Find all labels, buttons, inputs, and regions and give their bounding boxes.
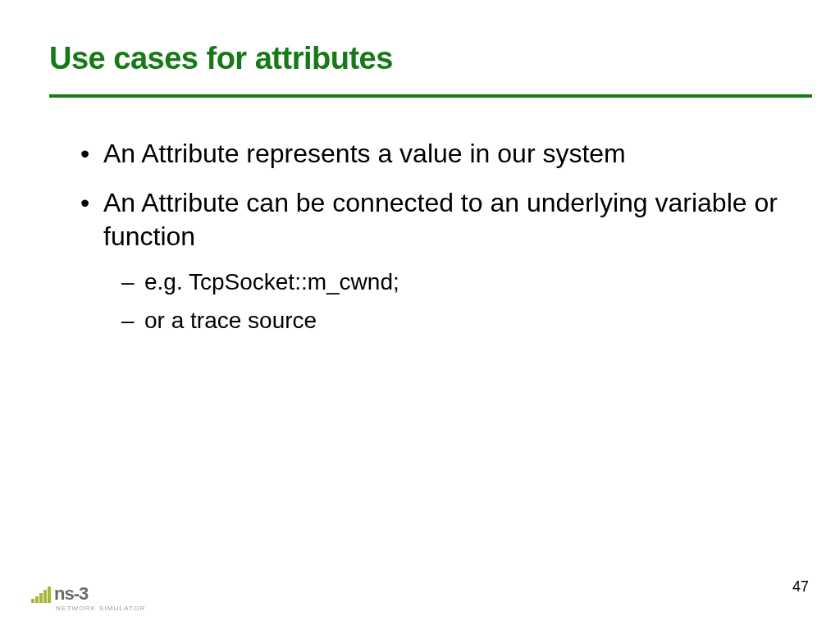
ns3-logo: ns-3 NETWORK SIMULATOR	[31, 585, 145, 612]
slide: Use cases for attributes An Attribute re…	[0, 0, 840, 630]
sub-bullet-text: or a trace source	[144, 308, 317, 333]
sub-bullet-item: or a trace source	[121, 304, 809, 336]
logo-subtitle: NETWORK SIMULATOR	[56, 605, 145, 612]
logo-top: ns-3	[31, 585, 88, 603]
bullet-list: An Attribute represents a value in our s…	[80, 137, 809, 336]
bullet-text: An Attribute represents a value in our s…	[103, 139, 626, 168]
sub-bullet-text: e.g. TcpSocket::m_cwnd;	[144, 269, 399, 294]
sub-bullet-list: e.g. TcpSocket::m_cwnd; or a trace sourc…	[103, 266, 809, 336]
page-number: 47	[792, 578, 809, 596]
footer: ns-3 NETWORK SIMULATOR 47	[31, 578, 809, 612]
logo-name: ns-3	[54, 585, 88, 603]
bullet-item: An Attribute represents a value in our s…	[80, 137, 809, 171]
content-area: An Attribute represents a value in our s…	[49, 137, 809, 336]
sub-bullet-item: e.g. TcpSocket::m_cwnd;	[121, 266, 809, 298]
bullet-item: An Attribute can be connected to an unde…	[80, 186, 809, 337]
slide-title: Use cases for attributes	[49, 41, 809, 76]
signal-bars-icon	[31, 587, 51, 603]
title-rule	[49, 94, 812, 98]
bullet-text: An Attribute can be connected to an unde…	[103, 188, 778, 252]
